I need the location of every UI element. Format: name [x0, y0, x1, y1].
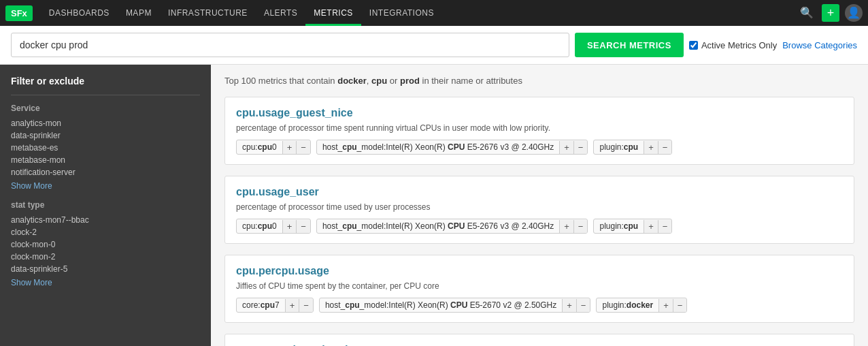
sidebar-item-clock-mon-2[interactable]: clock-mon-2	[11, 251, 200, 263]
tag-text-1-0: cpu:cpu0	[237, 219, 282, 233]
tag-text-1-1: host_cpu_model:Intel(R) Xeon(R) CPU E5-2…	[317, 219, 559, 233]
sfx-logo[interactable]: SFx	[5, 5, 33, 21]
sidebar-item-data-sprinkler-5[interactable]: data-sprinkler-5	[11, 263, 200, 275]
browse-categories-link[interactable]: Browse Categories	[782, 40, 857, 50]
tag-actions-2-1: + −	[562, 299, 590, 312]
tag-add-1-2[interactable]: +	[644, 220, 658, 233]
sidebar-section-stat-type: stat type	[11, 200, 200, 210]
tag-add-2-0[interactable]: +	[286, 299, 299, 312]
sidebar-stattype-show-more[interactable]: Show More	[11, 278, 200, 287]
content-description: Top 100 metrics that contain docker, cpu…	[224, 76, 854, 86]
nav-infrastructure[interactable]: INFRASTRUCTURE	[160, 0, 256, 26]
metric-desc-0: percentage of processor time spent runni…	[236, 123, 843, 133]
add-button[interactable]: +	[822, 4, 839, 22]
search-input[interactable]	[11, 33, 569, 57]
active-metrics-checkbox[interactable]	[689, 41, 698, 50]
tag-remove-0-1[interactable]: −	[573, 141, 588, 154]
nav-uapm[interactable]: µAPM	[118, 0, 160, 26]
sidebar-item-notification-server[interactable]: notification-server	[11, 166, 200, 178]
tag-actions-1-1: + −	[559, 220, 587, 233]
nav-integrations[interactable]: INTEGRATIONS	[361, 0, 442, 26]
metric-tags-1: cpu:cpu0 + − host_cpu_model:Intel(R) Xeo…	[236, 219, 843, 234]
nav-metrics[interactable]: METRICS	[305, 0, 361, 26]
tag-add-0-2[interactable]: +	[644, 141, 658, 154]
tag-remove-1-0[interactable]: −	[296, 220, 310, 233]
keyword-docker: docker	[337, 76, 367, 86]
tag-text-1-2: plugin:cpu	[594, 219, 644, 233]
metric-card-0: cpu.usage_guest_nice percentage of proce…	[224, 97, 854, 165]
top-nav: SFx DASHBOARDS µAPM INFRASTRUCTURE ALERT…	[0, 0, 868, 26]
tag-pill-1-1: host_cpu_model:Intel(R) Xeon(R) CPU E5-2…	[316, 219, 588, 234]
nav-alerts[interactable]: ALERTS	[256, 0, 305, 26]
tag-text-0-1: host_cpu_model:Intel(R) Xeon(R) CPU E5-2…	[317, 140, 559, 154]
sidebar-item-clock-2[interactable]: clock-2	[11, 226, 200, 238]
tag-actions-0-0: + −	[282, 141, 310, 154]
tag-text-2-0: core:cpu7	[237, 298, 285, 312]
metric-tags-2: core:cpu7 + − host_cpu_model:Intel(R) Xe…	[236, 298, 843, 313]
tag-add-0-1[interactable]: +	[560, 141, 573, 154]
tag-text-0-2: plugin:cpu	[594, 140, 644, 154]
description-suffix: in their name or attributes	[422, 76, 522, 86]
tag-text-0-0: cpu:cpu0	[237, 140, 282, 154]
sidebar-item-metabase-mon[interactable]: metabase-mon	[11, 154, 200, 166]
main-layout: Filter or exclude Service analytics-mon …	[0, 65, 868, 346]
sidebar-item-analytics-mon7[interactable]: analytics-mon7--bbac	[11, 214, 200, 226]
tag-actions-2-0: + −	[285, 299, 313, 312]
tag-pill-1-0: cpu:cpu0 + −	[236, 219, 311, 234]
sidebar-divider	[11, 95, 200, 95]
tag-pill-2-0: core:cpu7 + −	[236, 298, 314, 313]
tag-text-2-1: host_cpu_model:Intel(R) Xeon(R) CPU E5-2…	[320, 298, 562, 312]
tag-remove-2-1[interactable]: −	[576, 299, 590, 312]
tag-add-2-1[interactable]: +	[563, 299, 576, 312]
tag-remove-2-0[interactable]: −	[299, 299, 313, 312]
sidebar-title: Filter or exclude	[11, 76, 200, 86]
metric-card-1: cpu.usage_user percentage of processor t…	[224, 176, 854, 244]
search-metrics-button[interactable]: SEARCH METRICS	[575, 33, 684, 57]
tag-actions-0-1: + −	[559, 141, 587, 154]
sidebar-item-data-sprinkler[interactable]: data-sprinkler	[11, 129, 200, 142]
search-icon-button[interactable]: 🔍	[797, 5, 816, 21]
nav-icons: 🔍 + 👤	[797, 4, 863, 22]
tag-pill-0-0: cpu:cpu0 + −	[236, 140, 311, 155]
metric-name-1[interactable]: cpu.usage_user	[236, 186, 843, 198]
tag-add-0-0[interactable]: +	[283, 141, 297, 154]
metric-name-2[interactable]: cpu.percpu.usage	[236, 265, 843, 277]
tag-remove-1-2[interactable]: −	[658, 220, 672, 233]
metric-tags-0: cpu:cpu0 + − host_cpu_model:Intel(R) Xeo…	[236, 140, 843, 155]
tag-actions-2-2: + −	[658, 299, 686, 312]
active-metrics-label: Active Metrics Only	[701, 40, 777, 50]
content: Top 100 metrics that contain docker, cpu…	[211, 65, 868, 346]
description-prefix: Top 100 metrics that contain	[224, 76, 335, 86]
tag-actions-1-0: + −	[282, 220, 310, 233]
metric-desc-2: Jiffies of CPU time spent by the contain…	[236, 281, 843, 291]
tag-remove-2-2[interactable]: −	[673, 299, 687, 312]
tag-add-2-2[interactable]: +	[659, 299, 673, 312]
sidebar-item-analytics-mon[interactable]: analytics-mon	[11, 117, 200, 129]
sidebar-service-show-more[interactable]: Show More	[11, 181, 200, 191]
tag-text-2-2: plugin:docker	[597, 298, 658, 312]
tag-pill-2-2: plugin:docker + −	[596, 298, 687, 313]
tag-remove-0-0[interactable]: −	[296, 141, 310, 154]
tag-remove-1-1[interactable]: −	[573, 220, 588, 233]
tag-add-1-1[interactable]: +	[560, 220, 573, 233]
nav-dashboards[interactable]: DASHBOARDS	[41, 0, 118, 26]
keyword-cpu: cpu	[371, 76, 387, 86]
tag-actions-1-2: + −	[644, 220, 671, 233]
keyword-prod: prod	[400, 76, 420, 86]
metric-desc-1: percentage of processor time used by use…	[236, 202, 843, 212]
tag-pill-2-1: host_cpu_model:Intel(R) Xeon(R) CPU E5-2…	[319, 298, 591, 313]
tag-pill-0-2: plugin:cpu + −	[593, 140, 672, 155]
user-avatar-button[interactable]: 👤	[845, 4, 863, 22]
sidebar-section-service: Service	[11, 104, 200, 113]
sidebar-item-metabase-es[interactable]: metabase-es	[11, 142, 200, 154]
tag-add-1-0[interactable]: +	[283, 220, 297, 233]
metric-name-0[interactable]: cpu.usage_guest_nice	[236, 107, 843, 119]
tag-remove-0-2[interactable]: −	[658, 141, 672, 154]
tag-actions-0-2: + −	[644, 141, 671, 154]
tag-pill-0-1: host_cpu_model:Intel(R) Xeon(R) CPU E5-2…	[316, 140, 588, 155]
sidebar-item-clock-mon-0[interactable]: clock-mon-0	[11, 238, 200, 251]
tag-pill-1-2: plugin:cpu + −	[593, 219, 672, 234]
metric-card-3: cpu.usage.kernelmode Jiffies of CPU time…	[224, 334, 854, 346]
active-metrics-checkbox-label[interactable]: Active Metrics Only	[689, 40, 777, 50]
search-bar-row: SEARCH METRICS Active Metrics Only Brows…	[0, 26, 868, 65]
